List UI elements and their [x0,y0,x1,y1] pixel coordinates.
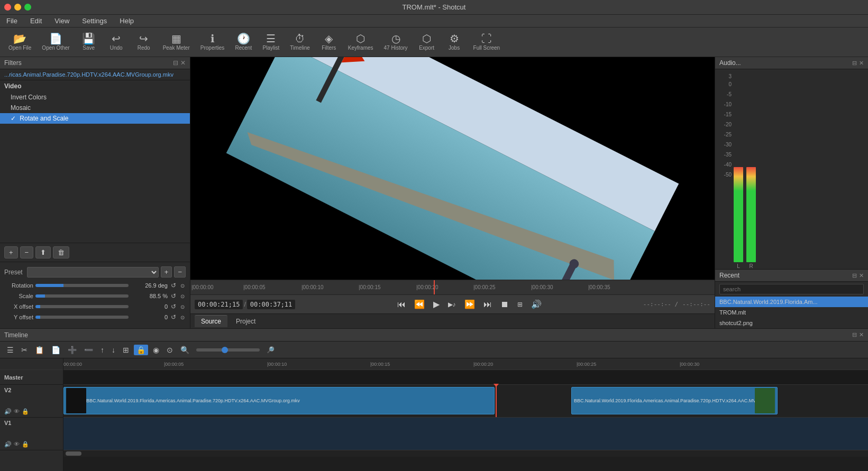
filter-move-up-button[interactable]: ⬆ [35,246,51,258]
timeline-minimize-icon[interactable]: ⊟ [852,331,857,338]
xoffset-label: X offset [4,303,33,310]
timeline-button[interactable]: ⏱ Timeline [286,31,314,53]
track-v2-audio-icon[interactable]: 🔊 [4,408,12,415]
rotation-reset[interactable]: ↺ [170,282,177,289]
tl-lift-button[interactable]: ↑ [98,345,107,355]
preset-select[interactable] [27,267,159,278]
tl-snap-button[interactable]: 🔒 [134,345,148,355]
xoffset-keyframe[interactable]: ⊙ [179,304,186,310]
filter-item-mosaic[interactable]: Mosaic [0,103,190,113]
step-back-button[interactable]: ⏪ [412,298,427,310]
filters-minimize-icon[interactable]: ⊟ [173,59,178,67]
minimize-button[interactable] [14,4,21,11]
tl-zoom-slider[interactable] [196,348,260,352]
xoffset-slider[interactable] [35,305,129,308]
skip-to-end-button[interactable]: ⏭ [481,299,494,310]
tl-ripple-button[interactable]: ◉ [150,345,162,355]
rotation-keyframe[interactable]: ⊙ [179,283,186,289]
filter-group-video: Video Invert Colors Mosaic ✓ Rotate and … [0,80,190,124]
menu-help[interactable]: Help [117,16,136,26]
filter-remove-button[interactable]: − [20,246,34,258]
filter-add-button[interactable]: + [4,246,18,258]
preview-ruler: |00:00:00 |00:00:05 |00:00:10 |00:00:15 … [190,280,715,294]
open-file-button[interactable]: 📂 Open File [4,31,35,53]
tl-zoom-out-button[interactable]: 🔍 [178,345,192,355]
recent-minimize-icon[interactable]: ⊟ [852,272,857,279]
audio-minimize-icon[interactable]: ⊟ [852,60,857,67]
track-v2-eye-icon[interactable]: 👁 [14,408,20,415]
track-v1-lock-icon[interactable]: 🔒 [22,441,29,448]
yoffset-reset[interactable]: ↺ [170,313,177,321]
jobs-button[interactable]: ⚙ Jobs [442,31,467,53]
properties-button[interactable]: ℹ Properties [196,31,229,53]
track-clip-v2-1[interactable]: BBC.Natural.World.2019.Florida.Americas.… [63,387,495,414]
grid-button[interactable]: ⊞ [515,300,525,309]
track-v1-eye-icon[interactable]: 👁 [14,441,20,448]
scale-keyframe[interactable]: ⊙ [179,293,186,299]
redo-button[interactable]: ↪ Redo [131,31,157,53]
volume-button[interactable]: 🔊 [529,298,544,310]
track-v1-audio-icon[interactable]: 🔊 [4,441,12,448]
filters-close-icon[interactable]: ✕ [180,59,186,67]
save-button[interactable]: 💾 Save [76,31,102,53]
recent-button[interactable]: 🕐 Recent [231,31,256,53]
tl-copy-button[interactable]: 📋 [32,345,47,355]
close-button[interactable] [4,4,11,11]
xoffset-reset[interactable]: ↺ [170,303,177,310]
recent-search-input[interactable] [719,284,864,294]
play-button[interactable]: ▶ [431,298,442,310]
filters-filename[interactable]: ...ricas.Animal.Paradise.720p.HDTV.x264.… [0,69,190,80]
menu-settings[interactable]: Settings [80,16,109,26]
yoffset-keyframe[interactable]: ⊙ [179,315,186,320]
tl-menu-icon[interactable]: ☰ [4,345,16,355]
track-clip-v2-2[interactable]: BBC.Natural.World.2019.Florida.Americas.… [571,387,778,414]
stop-button[interactable]: ⏹ [498,299,511,310]
timeline-scrollbar[interactable] [63,450,868,457]
tl-remove-button[interactable]: ➖ [81,345,96,355]
recent-item-2[interactable]: TROM.mlt [715,307,868,318]
menu-edit[interactable]: Edit [28,16,44,26]
rotation-slider[interactable] [35,284,129,287]
filter-delete-button[interactable]: 🗑 [53,246,69,258]
tl-grid-button[interactable]: ⊞ [120,345,132,355]
playlist-button[interactable]: ☰ Playlist [258,31,284,53]
scrollbar-thumb[interactable] [66,451,81,456]
project-tab[interactable]: Project [230,316,262,327]
source-tab[interactable]: Source [195,315,227,327]
timeline-close-icon[interactable]: ✕ [859,331,864,338]
fullscreen-button[interactable]: ⛶ Full Screen [469,31,505,53]
recent-item-1[interactable]: BBC.Natural.World.2019.Florida.Am... [715,297,868,307]
preset-add-button[interactable]: + [161,266,172,278]
tl-overwrite-button[interactable]: ↓ [109,345,118,355]
audio-section: 3 0 -5 -10 -15 -20 -25 -30 -35 -40 -50 [715,69,868,269]
step-forward-button[interactable]: ⏩ [462,298,477,310]
tl-add-button[interactable]: ➕ [65,345,79,355]
maximize-button[interactable] [24,4,31,11]
recent-close-icon[interactable]: ✕ [859,272,864,279]
export-button[interactable]: ⬡ Export [414,31,440,53]
open-other-button[interactable]: 📄 Open Other [38,31,74,53]
scale-reset[interactable]: ↺ [170,292,177,300]
menu-file[interactable]: File [4,16,20,26]
recent-item-3[interactable]: shotcut2.png [715,318,868,328]
menu-view[interactable]: View [52,16,71,26]
preset-remove-button[interactable]: − [174,266,186,278]
scale-slider[interactable] [35,294,129,298]
play-with-audio-button[interactable]: ▶♪ [446,300,458,309]
filter-item-rotate-scale[interactable]: ✓ Rotate and Scale [0,113,190,124]
peak-meter-button[interactable]: ▦ Peak Meter [159,31,194,53]
undo-button[interactable]: ↩ Undo [104,31,129,53]
tl-cut-button[interactable]: ✂ [19,345,30,355]
current-time-display[interactable]: 00:00:21;15 [195,300,243,309]
track-v2-lock-icon[interactable]: 🔒 [22,408,29,415]
yoffset-slider[interactable] [35,316,129,319]
tl-paste-button[interactable]: 📄 [49,345,63,355]
tl-ripple-all-button[interactable]: ⊙ [164,345,176,355]
filter-item-invert-colors[interactable]: Invert Colors [0,92,190,103]
skip-to-start-button[interactable]: ⏮ [395,299,408,310]
audio-close-icon[interactable]: ✕ [859,60,864,67]
tl-zoom-in-button[interactable]: 🔎 [264,345,277,355]
keyframes-button[interactable]: ⬡ Keyframes [344,31,378,53]
filters-button[interactable]: ◈ Filters [316,31,342,53]
history-button[interactable]: ◷ 47 History [380,31,412,53]
